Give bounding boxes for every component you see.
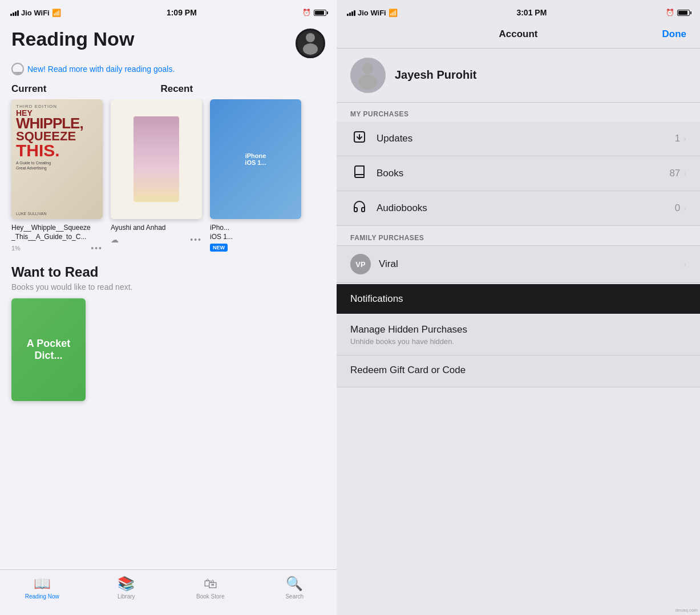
nav-library-label: Library — [118, 593, 135, 600]
goals-row[interactable]: New! Read more with daily reading goals. — [0, 58, 337, 80]
left-status-bar: Jio WiFi 📶 1:09 PM ⏰ — [0, 0, 337, 23]
new-badge: NEW — [210, 244, 228, 252]
left-time: 1:09 PM — [167, 8, 197, 17]
cloud-icon: ☁ — [111, 235, 119, 244]
book-2-title: Ayushi and Anhad — [111, 224, 202, 233]
goals-text: New! Read more with daily reading goals. — [27, 64, 175, 74]
right-carrier-label: Jio WiFi — [358, 9, 386, 17]
book-1-meta: 1% ••• — [11, 244, 103, 253]
notifications-label: Notifications — [350, 293, 403, 304]
my-purchases-title: MY PURCHASES — [337, 102, 700, 122]
family-name: Viral — [379, 258, 683, 270]
book-cover-3: iPhoneiOS 1... — [210, 99, 301, 219]
done-button[interactable]: Done — [658, 29, 686, 40]
goals-icon — [11, 63, 24, 75]
carrier-label: Jio WiFi — [21, 9, 50, 17]
svg-point-0 — [306, 33, 315, 42]
family-purchases-title: FAMILY PURCHASES — [337, 226, 700, 245]
download-icon — [353, 130, 366, 147]
family-chevron: › — [683, 260, 686, 269]
nav-bookstore-label: Book Store — [196, 593, 224, 600]
right-time: 3:01 PM — [516, 8, 547, 17]
pocket-book-cover[interactable]: A Pocket Dict... — [11, 298, 86, 401]
signal-icon — [10, 9, 19, 16]
battery-icon — [314, 10, 326, 16]
book-2-dots: ••• — [190, 235, 202, 244]
audiobooks-icon-wrap — [350, 199, 369, 217]
account-title: Account — [379, 29, 658, 40]
left-status-right: ⏰ — [302, 9, 326, 17]
want-to-read-subtitle: Books you would like to read next. — [11, 282, 325, 292]
book-1-title: Hey__Whipple__Squeeze_This__A_Guide_to_C… — [11, 224, 103, 241]
section-header: Current Recent — [0, 80, 337, 99]
manage-section: Manage Hidden Purchases Unhide books you… — [337, 315, 700, 387]
nav-bookstore[interactable]: 🛍 Book Store — [168, 576, 253, 600]
reading-now-title: Reading Now — [11, 29, 134, 50]
right-status-bar: Jio WiFi 📶 3:01 PM ⏰ — [337, 0, 700, 23]
updates-icon-wrap — [350, 130, 369, 148]
nav-search[interactable]: 🔍 Search — [253, 576, 337, 600]
library-icon: 📚 — [118, 576, 135, 592]
user-avatar[interactable] — [296, 29, 325, 58]
bookstore-icon: 🛍 — [204, 576, 217, 592]
audiobooks-menu-item[interactable]: Audiobooks 0 › — [337, 191, 700, 226]
right-alarm-icon: ⏰ — [666, 9, 674, 17]
nav-library[interactable]: 📚 Library — [84, 576, 169, 600]
pocket-book-title: A Pocket Dict... — [18, 338, 79, 362]
account-header: Account Done — [337, 23, 700, 48]
book-3-meta: NEW — [210, 244, 301, 252]
redeem-item[interactable]: Redeem Gift Card or Code — [337, 355, 700, 387]
left-panel: Jio WiFi 📶 1:09 PM ⏰ Reading Now New — [0, 0, 337, 615]
right-status-right: ⏰ — [666, 9, 690, 17]
book-cover-1: THIRD EDITION HEY WHIPPLE, SQUEEZE THIS.… — [11, 99, 103, 219]
books-icon-wrap — [350, 164, 369, 183]
books-menu-item[interactable]: Books 87 › — [337, 156, 700, 191]
audiobooks-badge: 0 — [675, 203, 680, 214]
books-label: Books — [377, 168, 669, 179]
watermark: deuaq.com — [675, 608, 698, 613]
manage-hidden-item[interactable]: Manage Hidden Purchases Unhide books you… — [337, 315, 700, 355]
book-figure — [133, 116, 179, 202]
right-carrier: Jio WiFi 📶 — [347, 9, 398, 17]
left-header: Reading Now — [0, 23, 337, 58]
nav-search-label: Search — [285, 593, 304, 600]
headphones-icon — [353, 200, 366, 217]
right-battery-icon — [677, 10, 690, 16]
book-cover-2 — [111, 99, 202, 219]
recent-label: Recent — [160, 83, 193, 95]
user-profile-row: Jayesh Purohit — [337, 48, 700, 102]
right-panel: Jio WiFi 📶 3:01 PM ⏰ Account Done Jayesh… — [337, 0, 700, 615]
nav-reading-now-label: Reading Now — [25, 593, 59, 600]
book-item-3[interactable]: iPhoneiOS 1... iPho...iOS 1... NEW — [210, 99, 301, 253]
svg-point-1 — [303, 43, 318, 55]
right-signal-icon — [347, 9, 355, 16]
want-to-read-title: Want to Read — [11, 264, 325, 280]
profile-name: Jayesh Purohit — [395, 68, 476, 82]
book-item-2[interactable]: Ayushi and Anhad ☁ ••• — [111, 99, 202, 253]
books-badge: 87 — [669, 168, 680, 179]
manage-title: Manage Hidden Purchases — [350, 324, 686, 335]
audiobooks-chevron: › — [683, 204, 686, 213]
redeem-title: Redeem Gift Card or Code — [350, 365, 686, 376]
books-scroll: THIRD EDITION HEY WHIPPLE, SQUEEZE THIS.… — [0, 99, 337, 253]
family-initials: VP — [355, 260, 365, 269]
notifications-section[interactable]: Notifications — [337, 284, 700, 314]
updates-badge: 1 — [675, 133, 680, 144]
search-icon: 🔍 — [286, 576, 303, 592]
bottom-nav: 📖 Reading Now 📚 Library 🛍 Book Store 🔍 S… — [0, 569, 337, 615]
want-to-read-section: Want to Read Books you would like to rea… — [0, 253, 337, 407]
svg-point-3 — [359, 75, 377, 90]
books-icon — [353, 165, 366, 182]
left-carrier: Jio WiFi 📶 — [10, 9, 61, 17]
book-1-dots: ••• — [91, 244, 103, 253]
updates-menu-item[interactable]: Updates 1 › — [337, 122, 700, 156]
alarm-icon: ⏰ — [302, 9, 311, 17]
book-item[interactable]: THIRD EDITION HEY WHIPPLE, SQUEEZE THIS.… — [11, 99, 103, 253]
updates-label: Updates — [377, 133, 675, 144]
book-3-text: iPhoneiOS 1... — [245, 152, 266, 166]
updates-chevron: › — [683, 134, 686, 143]
nav-reading-now[interactable]: 📖 Reading Now — [0, 576, 84, 600]
family-member-row[interactable]: VP Viral › — [337, 245, 700, 283]
audiobooks-label: Audiobooks — [377, 203, 675, 214]
family-avatar: VP — [350, 254, 371, 274]
